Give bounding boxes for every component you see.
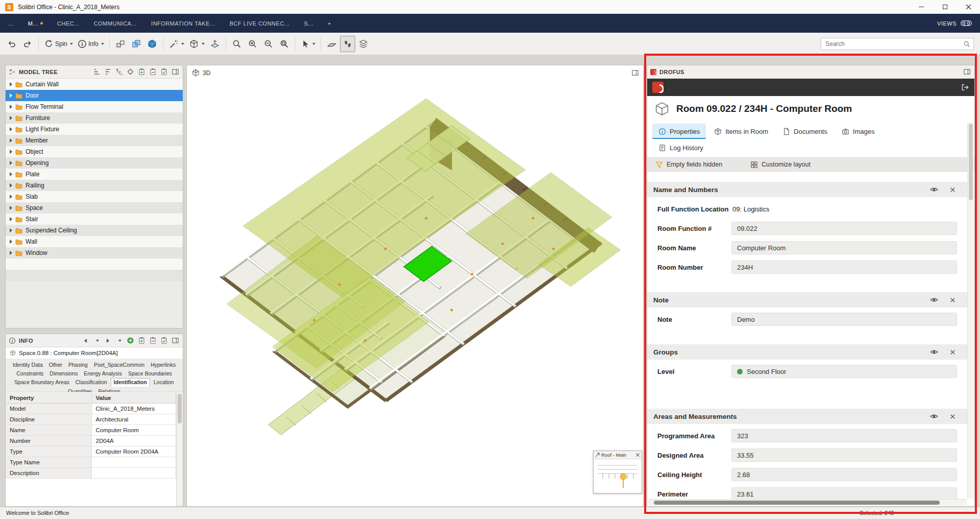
info-tab-energy-analysis[interactable]: Energy Analysis (81, 370, 125, 378)
panel-layout-button[interactable] (171, 336, 180, 345)
tree-item-wall[interactable]: Wall (6, 236, 183, 247)
tree-item-member[interactable]: Member (6, 135, 183, 146)
magic-select-button[interactable] (166, 36, 186, 52)
section-close-button[interactable] (948, 412, 957, 421)
ribbon-tab-chec[interactable]: CHEC... (57, 20, 80, 27)
3d-model-scene[interactable] (187, 65, 643, 506)
tree-item-opening[interactable]: Opening (6, 157, 183, 169)
checklist-add-button[interactable] (137, 67, 146, 76)
popup-close-icon[interactable] (635, 453, 640, 457)
drofus-horizontal-scrollbar[interactable] (648, 499, 967, 506)
info-tab-other[interactable]: Other (46, 361, 65, 369)
property-row[interactable]: NameComputer Room (6, 424, 176, 435)
visibility-toggle-button[interactable] (929, 185, 939, 194)
expand-arrow-icon[interactable] (10, 251, 12, 255)
drofus-vertical-scrollbar[interactable] (967, 123, 974, 499)
tree-item-door[interactable]: Door (6, 90, 183, 101)
checklist-check-button[interactable] (160, 336, 168, 345)
expand-arrow-icon[interactable] (10, 127, 12, 131)
field-value-input[interactable]: Demo (731, 313, 957, 326)
info-tab-constraints[interactable]: Constraints (14, 370, 46, 378)
undo-button[interactable] (4, 36, 19, 52)
field-value-input[interactable]: Second Floor (731, 365, 957, 378)
pick-button[interactable] (299, 36, 317, 52)
field-value-input[interactable]: 323 (731, 429, 957, 442)
ribbon-tab-information-take[interactable]: INFORMATION TAKE... (151, 20, 215, 27)
expand-arrow-icon[interactable] (10, 217, 12, 221)
checklist-add-button[interactable] (137, 336, 146, 345)
model-cube-button[interactable] (144, 36, 160, 52)
column-header-property[interactable]: Property (6, 393, 91, 403)
drofus-vertical-scrollbar-thumb[interactable] (969, 124, 973, 200)
visibility-toggle-button[interactable] (929, 412, 939, 421)
expand-arrow-icon[interactable] (10, 161, 12, 165)
checklist-check-button[interactable] (160, 67, 168, 76)
section-plane-button[interactable] (207, 36, 223, 52)
next-selection-button[interactable] (104, 336, 112, 345)
info-tab-hyperlinks[interactable]: Hyperlinks (148, 361, 178, 369)
expand-arrow-icon[interactable] (10, 172, 12, 176)
field-value-input[interactable]: 33.55 (731, 449, 957, 462)
expand-arrow-icon[interactable] (10, 183, 12, 187)
info-tab-space-boundary-areas[interactable]: Space Boundary Areas (12, 379, 71, 386)
info-tab-dimensions[interactable]: Dimensions (47, 370, 80, 378)
zoom-in-button[interactable] (245, 36, 260, 52)
drofus-horizontal-scrollbar-thumb[interactable] (654, 501, 940, 505)
field-value-input[interactable]: 234H (731, 261, 957, 274)
tree-item-flow-terminal[interactable]: Flow Terminal (6, 101, 183, 112)
tree-item-stair[interactable]: Stair (6, 214, 183, 225)
info-scrollbar[interactable] (176, 393, 183, 506)
zoom-fit-button[interactable] (277, 36, 292, 52)
tree-item-suspended-ceiling[interactable]: Suspended Ceiling (6, 225, 183, 236)
ribbon-tab-m[interactable]: M... (28, 20, 43, 27)
redo-button[interactable] (20, 36, 35, 52)
viewport-layout-button[interactable] (631, 68, 640, 77)
expand-arrow-icon[interactable] (10, 150, 12, 154)
field-value-input[interactable]: Computer Room (731, 241, 957, 254)
column-header-value[interactable]: Value (91, 393, 176, 403)
next-dropdown-button[interactable] (115, 336, 124, 345)
previous-selection-button[interactable] (81, 336, 90, 345)
visibility-toggle-button[interactable] (929, 347, 939, 357)
info-tab-space-boundaries[interactable]: Space Boundaries (126, 370, 175, 378)
tree-hierarchy-button[interactable] (115, 67, 124, 76)
drofus-tab-images[interactable]: Images (836, 124, 881, 139)
expand-arrow-icon[interactable] (10, 240, 12, 244)
search-input[interactable] (821, 40, 963, 48)
property-row[interactable]: Type Name (6, 457, 176, 467)
expand-level-button[interactable] (92, 67, 101, 76)
info-scrollbar-thumb[interactable] (178, 394, 182, 423)
property-row[interactable]: Description (6, 467, 176, 478)
collapse-tree-button[interactable] (104, 67, 112, 76)
tree-item-plate[interactable]: Plate (6, 169, 183, 180)
walk-mode-button[interactable] (340, 36, 355, 52)
property-row[interactable]: DisciplineArchitectural (6, 414, 176, 424)
info-button[interactable]: Info (76, 36, 106, 52)
expand-arrow-icon[interactable] (10, 82, 12, 86)
views-button[interactable]: VIEWS (937, 20, 972, 27)
panel-layout-button[interactable] (963, 67, 971, 76)
empty-fields-toggle[interactable]: Empty fields hidden (655, 161, 722, 169)
components-button[interactable] (113, 36, 128, 52)
property-row[interactable]: ModelClinic_A_2018_Meters (6, 403, 176, 414)
info-tab-identification[interactable]: Identification (111, 378, 150, 387)
checklist-remove-button[interactable] (149, 67, 157, 76)
ribbon-tab-communica[interactable]: COMMUNICA... (94, 20, 137, 27)
tree-item-furniture[interactable]: Furniture (6, 112, 183, 124)
link-models-button[interactable] (129, 36, 144, 52)
view-cube-button[interactable] (187, 36, 207, 52)
ribbon-tab-[interactable]: + (328, 20, 331, 27)
locate-selection-button[interactable] (126, 67, 135, 76)
ribbon-tab-s[interactable]: S... (304, 20, 314, 27)
maximize-button[interactable] (933, 0, 957, 14)
tree-item-light-fixture[interactable]: Light Fixture (6, 124, 183, 135)
zoom-out-button[interactable] (261, 36, 276, 52)
tree-item-slab[interactable]: Slab (6, 191, 183, 202)
close-button[interactable] (957, 0, 980, 14)
field-value-input[interactable]: 09.022 (731, 222, 957, 235)
checklist-remove-button[interactable] (149, 336, 157, 345)
info-tab-location[interactable]: Location (151, 379, 177, 386)
expand-arrow-icon[interactable] (10, 93, 12, 98)
layers-button[interactable] (356, 36, 371, 52)
tree-item-object[interactable]: Object (6, 146, 183, 157)
